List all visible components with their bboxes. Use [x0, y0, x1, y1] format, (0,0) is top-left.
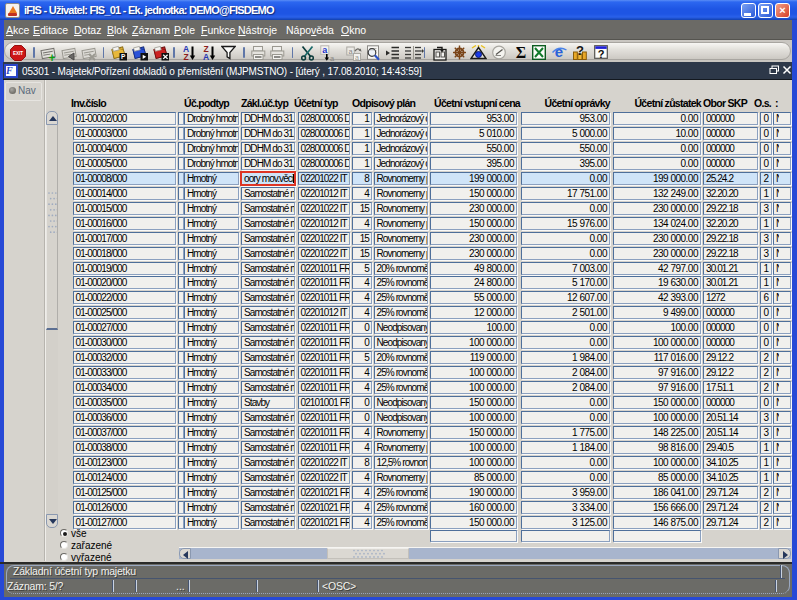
svg-text:a: a: [355, 54, 359, 61]
svg-text:Σ: Σ: [516, 44, 526, 60]
svg-text:+: +: [48, 51, 55, 62]
svg-text:?: ?: [576, 44, 584, 58]
svg-text:e: e: [555, 44, 563, 60]
svg-text:?: ?: [598, 48, 605, 60]
svg-text:Z: Z: [183, 52, 188, 61]
svg-text:P: P: [121, 53, 126, 60]
svg-text:a: a: [330, 54, 335, 62]
svg-text:EXIT: EXIT: [13, 51, 23, 56]
svg-text:A: A: [203, 52, 209, 61]
